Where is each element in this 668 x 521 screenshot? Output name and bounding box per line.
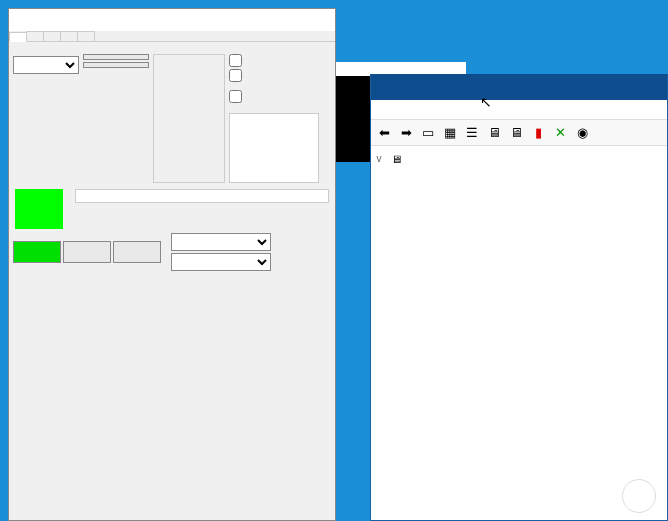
tab-rfconfig[interactable] — [43, 31, 61, 41]
config-area — [9, 54, 335, 183]
device-tree[interactable]: v 🖥 — [371, 146, 667, 520]
delete-icon[interactable]: ✕ — [551, 124, 569, 142]
expander-icon[interactable]: v — [373, 153, 385, 164]
window-title — [9, 9, 335, 31]
grid-icon[interactable]: ▦ — [441, 124, 459, 142]
donotchgbin-checkbox[interactable] — [229, 69, 242, 82]
file-rows — [9, 42, 335, 50]
locksettings-checkbox[interactable] — [229, 90, 242, 103]
com-select[interactable] — [171, 233, 271, 251]
esp-download-tool-window — [8, 8, 336, 521]
tab-gpioconfig[interactable] — [60, 31, 78, 41]
start-button[interactable] — [13, 241, 61, 263]
dm-toolbar: ⬅ ➡ ▭ ▦ ☰ 🖥 🖥 ▮ ✕ ◉ — [371, 120, 667, 146]
dm-title-bar — [371, 74, 667, 100]
status-idle — [15, 189, 63, 229]
erase-button[interactable] — [113, 241, 161, 263]
watermark — [622, 479, 660, 513]
computer-icon: 🖥 — [389, 151, 404, 166]
spiautoset-checkbox[interactable] — [229, 54, 242, 67]
prop-icon[interactable]: ☰ — [463, 124, 481, 142]
scan-icon[interactable]: ▮ — [529, 124, 547, 142]
baud-select[interactable] — [171, 253, 271, 271]
up-icon[interactable]: ▭ — [419, 124, 437, 142]
help-icon[interactable]: ◉ — [573, 124, 591, 142]
tab-hspidownload[interactable] — [26, 31, 44, 41]
stop-button[interactable] — [63, 241, 111, 263]
tab-more[interactable] — [77, 31, 95, 41]
default-button[interactable] — [83, 62, 149, 68]
tree-root[interactable]: v 🖥 — [373, 150, 665, 167]
dm-menu-bar — [371, 100, 667, 120]
forward-icon[interactable]: ➡ — [397, 124, 415, 142]
monitor-icon[interactable]: 🖥 — [485, 124, 503, 142]
combinebin-button[interactable] — [83, 54, 149, 60]
watermark-badge — [622, 479, 656, 513]
tab-spidownload[interactable] — [9, 32, 27, 42]
tab-bar — [9, 31, 335, 42]
progress-bar — [75, 189, 329, 203]
device-manager-window: ⬅ ➡ ▭ ▦ ☰ 🖥 🖥 ▮ ✕ ◉ v 🖥 — [370, 74, 668, 521]
detected-info-box — [229, 113, 319, 183]
crystal-freq-select[interactable] — [13, 56, 79, 74]
refresh-icon[interactable]: 🖥 — [507, 124, 525, 142]
back-icon[interactable]: ⬅ — [375, 124, 393, 142]
